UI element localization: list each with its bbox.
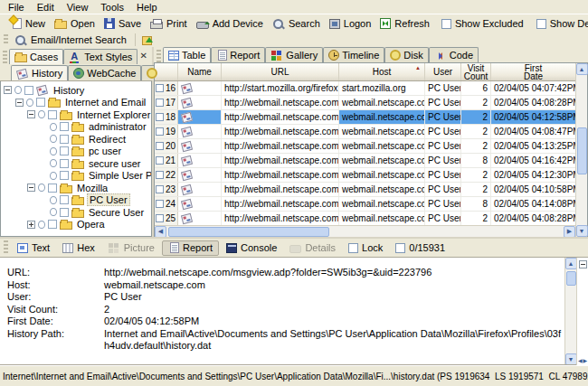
- panel-gripper[interactable]: [4, 240, 8, 255]
- tree-checkbox[interactable]: [24, 86, 33, 95]
- grid-column-header[interactable]: URL ▲: [222, 63, 339, 80]
- tree-node[interactable]: pc user: [1, 146, 151, 158]
- grid-column-header[interactable]: User ▲: [425, 63, 461, 80]
- view-tab[interactable]: Disk: [384, 47, 428, 62]
- view-tab[interactable]: Code: [429, 47, 479, 62]
- row-checkbox[interactable]: [156, 171, 164, 179]
- tree-checkbox[interactable]: [36, 98, 45, 107]
- toolbar-gripper[interactable]: [4, 34, 8, 46]
- scroll-up-icon[interactable]: ▲: [576, 63, 588, 75]
- tree-node[interactable]: Simple User PW 123: [1, 170, 151, 183]
- tree-node[interactable]: Redirect: [1, 133, 151, 146]
- pane-expander-icon[interactable]: [579, 260, 587, 268]
- detail-tab[interactable]: Picture: [102, 240, 160, 256]
- extract-button[interactable]: [139, 33, 156, 46]
- row-checkbox[interactable]: [156, 156, 164, 165]
- device-tab[interactable]: History: [11, 65, 68, 80]
- scroll-right-icon[interactable]: ▶: [564, 226, 575, 238]
- tree-checkbox[interactable]: [48, 110, 57, 119]
- toolbar-button[interactable]: Logon: [327, 17, 376, 30]
- toolbar-button[interactable]: New: [7, 17, 50, 30]
- toolbar-checkbox[interactable]: Show Excluded: [436, 17, 529, 30]
- tree-checkbox[interactable]: [48, 184, 57, 193]
- lock-checkbox[interactable]: Lock: [343, 241, 388, 254]
- row-checkbox[interactable]: [156, 142, 164, 150]
- row-checkbox[interactable]: [156, 99, 164, 107]
- row-checkbox[interactable]: [156, 214, 164, 222]
- tree-node[interactable]: History: [1, 84, 151, 97]
- tree-node[interactable]: secure user: [1, 157, 151, 170]
- view-tab[interactable]: Timeline: [323, 47, 384, 62]
- tree-node[interactable]: Mozilla: [1, 182, 151, 194]
- scrollbar-thumb[interactable]: [566, 271, 576, 286]
- toolbar-checkbox[interactable]: Show Deleted: [531, 17, 588, 30]
- tree-checkbox[interactable]: [60, 208, 69, 217]
- menu-item[interactable]: Tools: [94, 1, 130, 14]
- scroll-left-icon[interactable]: ◀: [155, 226, 166, 238]
- tree-node[interactable]: Opera: [1, 219, 151, 231]
- menu-item[interactable]: Help: [130, 1, 164, 14]
- tree-node[interactable]: Internet and Email: [1, 97, 151, 109]
- grid-column-header[interactable]: First Date ▲: [491, 63, 576, 80]
- email-internet-search-button[interactable]: Email/Internet Search: [12, 33, 131, 47]
- view-tab[interactable]: Gallery: [265, 47, 323, 62]
- row-checkbox[interactable]: [156, 200, 164, 208]
- tree-node[interactable]: administrator: [1, 121, 151, 134]
- tree-checkbox[interactable]: [60, 122, 69, 131]
- table-row[interactable]: 20 http://webmail.netscape.com/con webma…: [155, 139, 575, 154]
- scroll-down-icon[interactable]: ▼: [576, 225, 588, 237]
- grid-column-header[interactable]: Host ▲: [339, 63, 425, 80]
- table-row[interactable]: 22 http://webmail.netscape.com/msg webma…: [155, 168, 575, 183]
- table-row[interactable]: 17 http://webmail.netscape.com/_cc webma…: [155, 96, 575, 110]
- panel-gripper[interactable]: [156, 50, 161, 62]
- toolbar-button[interactable]: Open: [52, 17, 100, 30]
- panel-gripper[interactable]: [3, 51, 7, 64]
- table-row[interactable]: 19 http://webmail.netscape.com/msg webma…: [155, 125, 575, 139]
- tree-checkbox[interactable]: [60, 159, 69, 168]
- detail-tab[interactable]: Console: [221, 240, 282, 256]
- close-icon[interactable]: ✕: [138, 51, 149, 61]
- table-row[interactable]: 24 http://webmail.netscape.com/msg webma…: [155, 197, 575, 212]
- toolbar-button[interactable]: Save: [101, 17, 146, 30]
- row-checkbox[interactable]: [156, 127, 164, 136]
- row-checkbox[interactable]: [156, 113, 164, 121]
- tree-checkbox[interactable]: [60, 135, 69, 144]
- table-row[interactable]: 21 http://webmail.netscape.com/con webma…: [155, 154, 575, 168]
- record-counter-checkbox[interactable]: 0/15931: [390, 241, 450, 254]
- table-row[interactable]: 16 http://start.mozilla.org/firefox?cli …: [155, 81, 575, 96]
- tree-expander-icon[interactable]: [27, 110, 35, 118]
- detail-tab[interactable]: Report: [162, 240, 219, 256]
- tree-expander-icon[interactable]: [27, 221, 35, 229]
- tree-expander-icon[interactable]: [15, 99, 24, 107]
- tree-checkbox[interactable]: [60, 195, 69, 204]
- table-row[interactable]: 18 http://webmail.netscape.com/msg webma…: [155, 110, 575, 125]
- toolbar-button[interactable]: Search: [270, 17, 325, 31]
- grid-column-header[interactable]: Visit Count ▲: [461, 63, 491, 80]
- tree-expander-icon[interactable]: [4, 86, 12, 94]
- tree-checkbox[interactable]: [60, 171, 69, 180]
- table-row[interactable]: 23 http://webmail.netscape.com/msg webma…: [155, 183, 575, 197]
- toolbar-button[interactable]: Add Device: [194, 17, 268, 30]
- detail-tab[interactable]: Text: [12, 240, 55, 256]
- tree-node[interactable]: Internet Explorer: [1, 108, 151, 121]
- report-vertical-scrollbar[interactable]: ▲ ▼: [564, 258, 576, 365]
- tree-node[interactable]: PC User: [1, 194, 151, 207]
- detail-tab[interactable]: Details: [284, 240, 341, 256]
- detail-tab[interactable]: Hex: [57, 240, 100, 256]
- pane-scroll-arrows-icon[interactable]: ◀▶: [578, 357, 588, 363]
- tree-checkbox[interactable]: [48, 220, 57, 229]
- view-tab[interactable]: Table: [163, 47, 211, 62]
- tree-checkbox[interactable]: [60, 146, 69, 155]
- scroll-up-icon[interactable]: ▲: [565, 258, 577, 269]
- row-checkbox[interactable]: [156, 185, 164, 193]
- menu-item[interactable]: Edit: [31, 1, 61, 14]
- device-tab[interactable]: WebCache: [68, 65, 141, 80]
- left-panel-tab[interactable]: Cases: [9, 49, 63, 64]
- grid-column-header[interactable]: Name ▲: [178, 63, 222, 80]
- row-checkbox[interactable]: [156, 84, 164, 92]
- vertical-scrollbar[interactable]: ▲ ▼: [575, 63, 587, 237]
- scrollbar-thumb[interactable]: [168, 227, 329, 237]
- tree-expander-icon[interactable]: [27, 184, 35, 192]
- table-row[interactable]: 25 http://webmail.netscape.com/_cc webma…: [155, 212, 575, 225]
- scroll-down-icon[interactable]: ▼: [565, 353, 577, 365]
